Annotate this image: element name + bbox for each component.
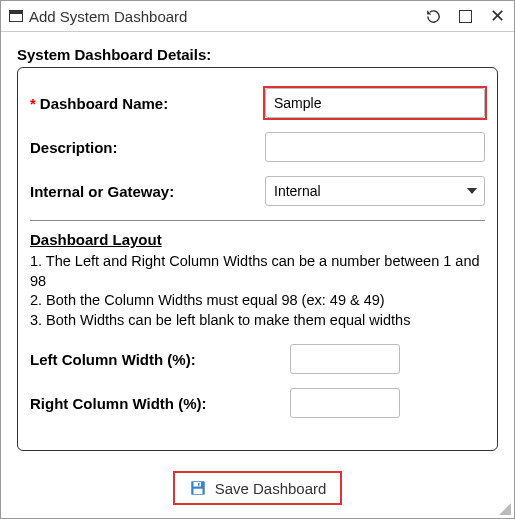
refresh-button[interactable] bbox=[424, 7, 442, 25]
maximize-icon bbox=[459, 10, 472, 23]
action-bar: Save Dashboard bbox=[17, 471, 498, 505]
right-col-input[interactable] bbox=[290, 388, 400, 418]
svg-rect-1 bbox=[193, 482, 201, 487]
save-button-label: Save Dashboard bbox=[215, 480, 327, 497]
layout-note-3: 3. Both Widths can be left blank to make… bbox=[30, 311, 485, 331]
right-col-row: Right Column Width (%): bbox=[30, 388, 485, 418]
resize-grip[interactable] bbox=[497, 501, 511, 515]
description-label: Description: bbox=[30, 139, 265, 156]
description-row: Description: bbox=[30, 132, 485, 162]
layout-note-2: 2. Both the Column Widths must equal 98 … bbox=[30, 291, 485, 311]
close-button[interactable]: ✕ bbox=[488, 7, 506, 25]
layout-notes: 1. The Left and Right Column Widths can … bbox=[30, 252, 485, 330]
internal-gateway-select[interactable]: Internal bbox=[265, 176, 485, 206]
description-input[interactable] bbox=[265, 132, 485, 162]
content-area: System Dashboard Details: * Dashboard Na… bbox=[1, 32, 514, 513]
layout-heading: Dashboard Layout bbox=[30, 231, 485, 248]
internal-gateway-field-wrap: Internal bbox=[265, 176, 485, 206]
required-marker: * bbox=[30, 95, 36, 112]
left-col-field-wrap bbox=[290, 344, 485, 374]
save-icon bbox=[189, 479, 207, 497]
divider bbox=[30, 220, 485, 221]
layout-note-1: 1. The Left and Right Column Widths can … bbox=[30, 252, 485, 291]
window-controls: ✕ bbox=[424, 7, 506, 25]
refresh-icon bbox=[425, 8, 442, 25]
details-panel: * Dashboard Name: Description: Internal … bbox=[17, 67, 498, 451]
description-field-wrap bbox=[265, 132, 485, 162]
internal-gateway-label: Internal or Gateway: bbox=[30, 183, 265, 200]
internal-gateway-row: Internal or Gateway: Internal bbox=[30, 176, 485, 206]
window-icon bbox=[9, 10, 23, 22]
dashboard-name-row: * Dashboard Name: bbox=[30, 88, 485, 118]
svg-rect-2 bbox=[193, 489, 202, 494]
save-dashboard-button[interactable]: Save Dashboard bbox=[173, 471, 343, 505]
titlebar: Add System Dashboard ✕ bbox=[1, 1, 514, 32]
left-col-row: Left Column Width (%): bbox=[30, 344, 485, 374]
section-title: System Dashboard Details: bbox=[17, 46, 498, 63]
right-col-label: Right Column Width (%): bbox=[30, 395, 290, 412]
dashboard-name-field-wrap bbox=[265, 88, 485, 118]
left-col-input[interactable] bbox=[290, 344, 400, 374]
maximize-button[interactable] bbox=[456, 7, 474, 25]
svg-rect-3 bbox=[198, 483, 200, 486]
right-col-field-wrap bbox=[290, 388, 485, 418]
window-title: Add System Dashboard bbox=[29, 8, 424, 25]
dashboard-name-label: * Dashboard Name: bbox=[30, 95, 265, 112]
left-col-label: Left Column Width (%): bbox=[30, 351, 290, 368]
close-icon: ✕ bbox=[490, 7, 505, 25]
dashboard-name-input[interactable] bbox=[265, 88, 485, 118]
